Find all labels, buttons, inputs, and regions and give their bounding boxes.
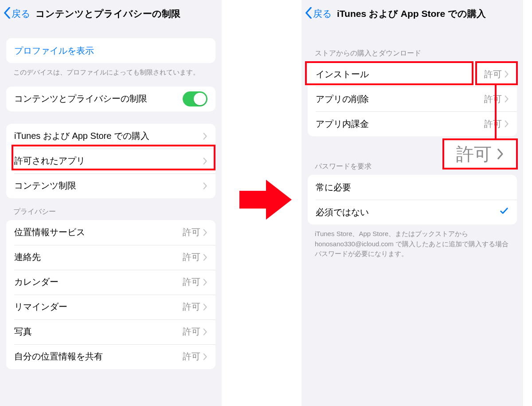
annotation-zoom-permit: 許可 <box>444 140 516 168</box>
row-label: 写真 <box>14 326 183 338</box>
row-label: 必須ではない <box>316 206 499 218</box>
chevron-right-icon <box>203 229 207 237</box>
row-calendar[interactable]: カレンダー 許可 <box>6 270 215 295</box>
page-title: iTunes および App Store での購入 <box>337 8 486 20</box>
checkmark-icon <box>499 206 509 218</box>
toggle-switch-icon[interactable] <box>183 91 207 106</box>
row-location-services[interactable]: 位置情報サービス 許可 <box>6 220 215 245</box>
row-value: 許可 <box>183 301 200 313</box>
chevron-right-icon <box>203 157 207 165</box>
privacy-header: プライバシー <box>0 198 222 220</box>
row-value: 許可 <box>484 93 502 105</box>
row-value: 許可 <box>183 276 200 288</box>
group-profile: プロファイルを表示 <box>6 38 215 63</box>
screen-content-privacy: 戻る コンテンツとプライバシーの制限 プロファイルを表示 このデバイスは、プロフ… <box>0 0 222 406</box>
row-label: 常に必要 <box>316 181 509 193</box>
row-value: 許可 <box>183 251 200 263</box>
zoom-permit-label: 許可 <box>456 142 492 166</box>
chevron-right-icon <box>505 95 509 103</box>
row-label: 連絡先 <box>14 251 183 263</box>
chevron-right-icon <box>505 70 509 78</box>
row-label: 位置情報サービス <box>14 226 183 238</box>
group-store: インストール 許可 アプリの削除 許可 アプリ内課金 許可 <box>308 62 517 136</box>
row-value: 許可 <box>183 326 200 338</box>
row-label: インストール <box>316 68 484 80</box>
chevron-left-icon <box>305 7 313 21</box>
row-value: 許可 <box>484 118 502 130</box>
row-photos[interactable]: 写真 許可 <box>6 319 215 344</box>
chevron-right-icon <box>203 253 207 261</box>
row-allowed-apps[interactable]: 許可されたアプリ <box>6 149 215 173</box>
row-label: アプリの削除 <box>316 93 484 105</box>
group-main: iTunes および App Store での購入 許可されたアプリ コンテンツ… <box>6 124 215 198</box>
row-delete-apps[interactable]: アプリの削除 許可 <box>308 87 517 111</box>
annotation-connector <box>495 85 497 140</box>
group-toggle: コンテンツとプライバシーの制限 <box>6 87 215 111</box>
row-value: 許可 <box>484 68 502 80</box>
row-label: 許可されたアプリ <box>14 155 203 167</box>
row-label: リマインダー <box>14 301 183 313</box>
row-label: 自分の位置情報を共有 <box>14 351 183 363</box>
row-restrictions-toggle[interactable]: コンテンツとプライバシーの制限 <box>6 87 215 111</box>
chevron-right-icon <box>203 278 207 286</box>
page-title: コンテンツとプライバシーの制限 <box>35 8 180 20</box>
row-share-my-location[interactable]: 自分の位置情報を共有 許可 <box>6 344 215 369</box>
row-not-required[interactable]: 必須ではない <box>308 200 517 225</box>
row-always-require[interactable]: 常に必要 <box>308 175 517 200</box>
row-install[interactable]: インストール 許可 <box>308 62 517 87</box>
annotation-arrow-icon <box>239 177 293 222</box>
store-header: ストアからの購入とダウンロード <box>301 28 523 62</box>
chevron-right-icon <box>492 148 504 160</box>
chevron-left-icon <box>4 7 12 21</box>
chevron-right-icon <box>203 132 207 140</box>
row-in-app-purchases[interactable]: アプリ内課金 許可 <box>308 111 517 136</box>
svg-marker-0 <box>239 180 292 220</box>
group-privacy: 位置情報サービス 許可 連絡先 許可 カレンダー 許可 リマインダー 許可 写真… <box>6 220 215 369</box>
chevron-right-icon <box>203 328 207 336</box>
row-label: iTunes および App Store での購入 <box>14 130 203 142</box>
password-footer: iTunes Store、App Store、またはブックストアから honos… <box>301 225 523 262</box>
group-password: 常に必要 必須ではない <box>308 175 517 225</box>
row-label: コンテンツ制限 <box>14 180 203 192</box>
row-contacts[interactable]: 連絡先 許可 <box>6 245 215 270</box>
chevron-right-icon <box>203 182 207 190</box>
back-button[interactable]: 戻る <box>4 7 31 21</box>
toggle-label: コンテンツとプライバシーの制限 <box>14 93 183 105</box>
chevron-right-icon <box>203 353 207 361</box>
row-label: カレンダー <box>14 276 183 288</box>
profile-footer: このデバイスは、プロファイルによっても制限されています。 <box>0 63 222 80</box>
navbar: 戻る iTunes および App Store での購入 <box>301 0 523 28</box>
row-value: 許可 <box>183 226 200 238</box>
row-reminders[interactable]: リマインダー 許可 <box>6 295 215 319</box>
back-label: 戻る <box>313 8 332 20</box>
profile-link-label: プロファイルを表示 <box>14 45 207 57</box>
row-content-restrictions[interactable]: コンテンツ制限 <box>6 173 215 198</box>
chevron-right-icon <box>203 303 207 311</box>
row-show-profile[interactable]: プロファイルを表示 <box>6 38 215 63</box>
back-button[interactable]: 戻る <box>305 7 332 21</box>
row-value: 許可 <box>183 351 200 363</box>
screen-itunes-purchases: 戻る iTunes および App Store での購入 ストアからの購入とダウ… <box>301 0 523 406</box>
back-label: 戻る <box>12 8 31 20</box>
chevron-right-icon <box>505 120 509 128</box>
row-label: アプリ内課金 <box>316 118 484 130</box>
navbar: 戻る コンテンツとプライバシーの制限 <box>0 0 222 28</box>
row-itunes-appstore-purchases[interactable]: iTunes および App Store での購入 <box>6 124 215 149</box>
